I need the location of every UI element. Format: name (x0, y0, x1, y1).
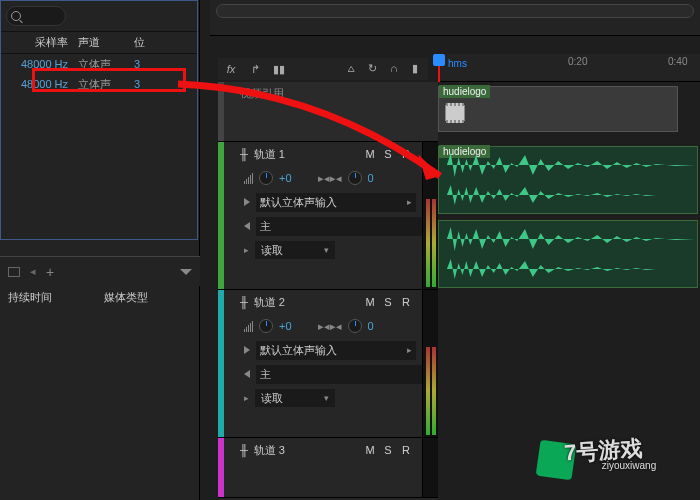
audio-clip[interactable] (438, 220, 698, 288)
playhead-handle[interactable] (433, 54, 445, 66)
video-track[interactable]: 视频引用 (218, 82, 438, 142)
audio-clip[interactable]: hudielogo (438, 146, 698, 214)
left-panel: 采样率 声道 位 48000 Hz 立体声 3 48000 Hz 立体声 3 ◂… (0, 0, 200, 500)
col-sample-rate[interactable]: 采样率 (6, 35, 78, 50)
chevron-right-icon[interactable]: ▸ (244, 245, 249, 255)
mute-button[interactable]: M (364, 148, 376, 160)
column-headers: 采样率 声道 位 (0, 32, 199, 54)
track-meter (422, 142, 438, 289)
column-headers-2: 持续时间 媒体类型 (0, 286, 200, 309)
loop-icon[interactable]: ↻ (368, 62, 382, 76)
snap-icon[interactable]: ∩ (390, 62, 404, 76)
track-name[interactable]: 轨道 1 (254, 147, 285, 162)
record-button[interactable]: R (400, 148, 412, 160)
output-arrow-icon (244, 370, 250, 378)
input-arrow-icon (244, 346, 250, 354)
metronome-icon[interactable]: 🜂 (346, 62, 360, 76)
search-row (0, 0, 199, 32)
clip-label: hudielogo (439, 85, 490, 98)
audio-track-1: ╫ 轨道 1 M S R I +0 ▸◂▸◂ 0 (218, 142, 438, 290)
volume-knob[interactable] (259, 171, 273, 185)
solo-button[interactable]: S (382, 148, 394, 160)
pan-value[interactable]: 0 (368, 172, 374, 184)
ruler-tick: 0:40 (668, 56, 687, 67)
search-icon (11, 11, 21, 21)
track-color-strip[interactable] (218, 142, 224, 289)
chevron-right-icon[interactable]: ▸ (244, 393, 249, 403)
video-clip[interactable]: hudielogo (438, 86, 678, 132)
col-media-type[interactable]: 媒体类型 (104, 290, 148, 305)
output-arrow-icon (244, 222, 250, 230)
track-color-strip[interactable] (218, 438, 224, 497)
pan-icon: ▸◂▸◂ (318, 172, 342, 185)
pan-knob[interactable] (348, 171, 362, 185)
track-headers: 视频引用 ╫ 轨道 1 M S R I +0 ▸◂▸◂ 0 (218, 82, 438, 500)
playhead-icon[interactable]: ▮ (412, 62, 426, 76)
track-color-strip[interactable] (218, 290, 224, 437)
playhead-time: hms (448, 58, 467, 69)
track-header: ╫ 轨道 1 M S R I (218, 142, 438, 166)
media-row[interactable]: 48000 Hz 立体声 3 (0, 54, 199, 74)
track-meter (422, 438, 438, 497)
add-button[interactable]: + (46, 264, 54, 280)
waveform-icon: ╫ (240, 444, 248, 456)
pan-value[interactable]: 0 (368, 320, 374, 332)
output-route-dropdown[interactable]: 主▸ (256, 365, 434, 384)
filter-icon[interactable] (180, 269, 192, 275)
pan-icon: ▸◂▸◂ (318, 320, 342, 333)
solo-button[interactable]: S (382, 444, 394, 456)
output-route-dropdown[interactable]: 主▸ (256, 217, 434, 236)
ruler-tick: 0:20 (568, 56, 587, 67)
col-duration[interactable]: 持续时间 (8, 290, 104, 305)
media-controls: ◂ + (0, 256, 200, 286)
track-header: ╫ 轨道 3 M S R I (218, 438, 438, 462)
search-input[interactable] (6, 6, 66, 26)
fx-icon[interactable]: fx (224, 62, 238, 76)
mute-button[interactable]: M (364, 444, 376, 456)
volume-meter-icon (244, 321, 253, 332)
waveform-icon: ╫ (240, 148, 248, 160)
audio-track-2: ╫ 轨道 2 M S R I +0 ▸◂▸◂ 0 (218, 290, 438, 438)
solo-button[interactable]: S (382, 296, 394, 308)
record-button[interactable]: R (400, 444, 412, 456)
film-icon (445, 105, 465, 121)
prev-icon[interactable]: ◂ (30, 265, 36, 278)
time-ruler[interactable]: 0:20 0:40 (438, 54, 700, 82)
send-icon[interactable]: ↱ (248, 62, 262, 76)
video-track-label: 视频引用 (240, 86, 284, 101)
input-arrow-icon (244, 198, 250, 206)
pan-knob[interactable] (348, 319, 362, 333)
record-button[interactable]: R (400, 296, 412, 308)
folder-icon[interactable] (8, 267, 20, 277)
timeline-overview-bar[interactable] (216, 4, 694, 18)
volume-knob[interactable] (259, 319, 273, 333)
track-header: ╫ 轨道 2 M S R I (218, 290, 438, 314)
clips-area[interactable]: hudielogo hudielogo (438, 82, 700, 500)
media-row[interactable]: 48000 Hz 立体声 3 (0, 74, 199, 94)
col-channels[interactable]: 声道 (78, 35, 134, 50)
input-route-dropdown[interactable]: 默认立体声输入▸ (256, 341, 416, 360)
track-meter (422, 290, 438, 437)
audio-track-3: ╫ 轨道 3 M S R I (218, 438, 438, 498)
editor-toolbar-right: 🜂 ↻ ∩ ▮ (346, 58, 438, 80)
track-name[interactable]: 轨道 3 (254, 443, 285, 458)
eq-icon[interactable]: ▮▮ (272, 62, 286, 76)
waveform-icon: ╫ (240, 296, 248, 308)
volume-value[interactable]: +0 (279, 320, 292, 332)
volume-meter-icon (244, 173, 253, 184)
automation-mode-dropdown[interactable]: 读取▾ (255, 241, 335, 259)
mute-button[interactable]: M (364, 296, 376, 308)
automation-mode-dropdown[interactable]: 读取▾ (255, 389, 335, 407)
track-name[interactable]: 轨道 2 (254, 295, 285, 310)
volume-value[interactable]: +0 (279, 172, 292, 184)
col-bits[interactable]: 位 (134, 35, 145, 50)
input-route-dropdown[interactable]: 默认立体声输入▸ (256, 193, 416, 212)
